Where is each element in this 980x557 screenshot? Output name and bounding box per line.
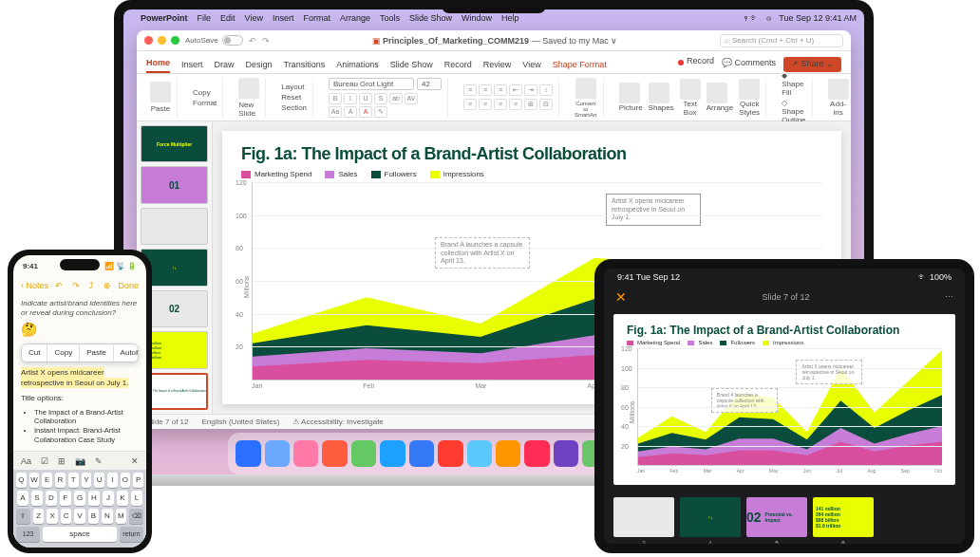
menu-view[interactable]: View: [245, 13, 263, 23]
toggle-icon[interactable]: [222, 35, 243, 46]
undo-icon[interactable]: ↶: [249, 36, 256, 46]
copy-button[interactable]: Copy: [193, 88, 211, 97]
camera-icon[interactable]: 📷: [75, 456, 85, 466]
close-keyboard-icon[interactable]: ✕: [131, 456, 139, 466]
tab-shape-format[interactable]: Shape Format: [553, 60, 607, 73]
ipad-thumb-3[interactable]: 3: [613, 497, 674, 537]
checklist-icon[interactable]: ☑: [41, 456, 48, 466]
key-u[interactable]: U: [94, 473, 104, 488]
table-icon[interactable]: ⊞: [58, 456, 66, 466]
selected-text[interactable]: Artist X opens midcareer retrospective i…: [21, 367, 128, 387]
share-icon[interactable]: ⤴: [89, 281, 94, 290]
key-b[interactable]: B: [88, 509, 99, 524]
new-slide-icon[interactable]: [238, 78, 259, 99]
dock-app-icon[interactable]: [438, 440, 462, 467]
chart-annotation-2[interactable]: Artist X opens midcareer retrospective i…: [606, 194, 701, 225]
dock-app-icon[interactable]: [265, 440, 290, 467]
key-g[interactable]: G: [74, 491, 85, 506]
key-f[interactable]: F: [60, 491, 71, 506]
done-button[interactable]: Done: [118, 281, 139, 290]
close-icon[interactable]: [144, 36, 153, 45]
shape-outline-button[interactable]: ◇ Shape Outline: [782, 99, 805, 124]
smartart-group[interactable]: Convert to SmartArt: [569, 78, 604, 118]
section-button[interactable]: Section: [281, 103, 307, 112]
list-buttons[interactable]: ≡≡≡⇤⇥↕: [463, 84, 553, 96]
search-input[interactable]: ⌕ Search (Cmd + Ctrl + U): [720, 34, 843, 47]
close-icon[interactable]: ✕: [615, 289, 627, 305]
key-z[interactable]: Z: [33, 509, 44, 524]
language-indicator[interactable]: English (United States): [201, 418, 279, 426]
key-w[interactable]: W: [29, 473, 40, 488]
notes-format-bar[interactable]: Aa ☑ ⊞ 📷 ✎ ✕: [13, 451, 146, 470]
tab-slideshow[interactable]: Slide Show: [390, 60, 433, 73]
key-i[interactable]: I: [107, 473, 118, 488]
key-a[interactable]: A: [17, 491, 28, 506]
autofill-button[interactable]: AutoFill: [114, 344, 139, 362]
menu-slideshow[interactable]: Slide Show: [409, 13, 452, 23]
font-size-select[interactable]: 42: [417, 78, 442, 90]
chart-annotation-1[interactable]: Brand A launches a capsule collection wi…: [435, 237, 530, 269]
menu-tools[interactable]: Tools: [380, 13, 400, 23]
wifi-icon[interactable]: ⚲ ᯤ: [744, 13, 760, 23]
cut-button[interactable]: Cut: [22, 344, 47, 362]
dock-app-icon[interactable]: [380, 440, 405, 467]
notes-content[interactable]: Indicate artist/brand identities here or…: [13, 295, 146, 451]
list-item[interactable]: Instant Impact: Brand-Artist Collaborati…: [34, 426, 139, 445]
delete-key[interactable]: ⌫: [129, 509, 143, 524]
shape-fill-button[interactable]: ◆ Shape Fill: [782, 71, 805, 97]
ipad-thumb-4[interactable]: ↑↓4: [680, 497, 741, 537]
dock-app-icon[interactable]: [496, 440, 520, 467]
key-y[interactable]: Y: [82, 473, 92, 488]
text-context-menu[interactable]: Cut Copy Paste AutoFill ›: [21, 343, 139, 362]
menu-window[interactable]: Window: [462, 13, 492, 23]
key-h[interactable]: H: [88, 491, 100, 506]
copy-button[interactable]: Copy: [47, 344, 80, 362]
minimize-icon[interactable]: [158, 36, 166, 45]
key-m[interactable]: M: [116, 509, 126, 524]
ipad-thumbnails[interactable]: 3 ↑↓4 02Potential vs. Impact5 141 millio…: [604, 491, 965, 544]
format-painter-button[interactable]: Format: [193, 99, 217, 107]
menu-file[interactable]: File: [198, 13, 212, 23]
key-r[interactable]: R: [55, 473, 66, 488]
share-button[interactable]: ↗ Share ⌄: [783, 57, 841, 72]
tab-design[interactable]: Design: [246, 60, 273, 73]
key-c[interactable]: C: [61, 509, 71, 524]
app-name[interactable]: PowerPoint: [141, 13, 188, 23]
menu-insert[interactable]: Insert: [273, 13, 294, 23]
undo-icon[interactable]: ↶: [55, 281, 63, 290]
dock-app-icon[interactable]: [524, 440, 549, 467]
font-style-buttons[interactable]: BIUSabAVAaAA✎: [329, 93, 418, 118]
dock-app-icon[interactable]: [409, 440, 434, 467]
dock-app-icon[interactable]: [236, 440, 260, 467]
tab-home[interactable]: Home: [146, 58, 170, 73]
menu-edit[interactable]: Edit: [220, 13, 236, 23]
dock-app-icon[interactable]: [322, 440, 347, 467]
key-t[interactable]: T: [68, 473, 79, 488]
ios-keyboard[interactable]: QWERTYUIOP ASDFGHJKL ⇧ZXCVBNM⌫ 123 space…: [13, 470, 146, 548]
ipad-thumb-5[interactable]: 02Potential vs. Impact5: [746, 497, 807, 537]
tab-record[interactable]: Record: [444, 60, 472, 73]
more-icon[interactable]: ⋯: [945, 292, 953, 302]
dock-app-icon[interactable]: [293, 440, 318, 467]
dock-app-icon[interactable]: [351, 440, 376, 467]
dock-app-icon[interactable]: [554, 440, 578, 467]
key-j[interactable]: J: [103, 491, 114, 506]
redo-icon[interactable]: ↷: [72, 281, 80, 290]
key-p[interactable]: P: [133, 473, 143, 488]
tab-animations[interactable]: Animations: [336, 60, 379, 73]
menu-arrange[interactable]: Arrange: [340, 13, 370, 23]
return-key[interactable]: return: [120, 527, 143, 542]
menu-format[interactable]: Format: [303, 13, 330, 23]
tab-review[interactable]: Review: [483, 60, 512, 73]
accessibility-checker[interactable]: ⚠ Accessibility: Investigate: [292, 418, 383, 426]
slide-thumb-1[interactable]: Force Multiplier: [141, 125, 208, 162]
textbox-icon[interactable]: [680, 79, 701, 100]
quickstyles-icon[interactable]: [739, 79, 760, 100]
key-x[interactable]: X: [47, 509, 57, 524]
zoom-icon[interactable]: [171, 36, 179, 45]
slide-counter[interactable]: Slide 7 of 12: [146, 418, 188, 426]
autosave-toggle[interactable]: AutoSave: [185, 35, 243, 46]
arrange-icon[interactable]: [707, 83, 727, 103]
key-n[interactable]: N: [102, 509, 112, 524]
markup-icon[interactable]: ✎: [95, 456, 103, 466]
